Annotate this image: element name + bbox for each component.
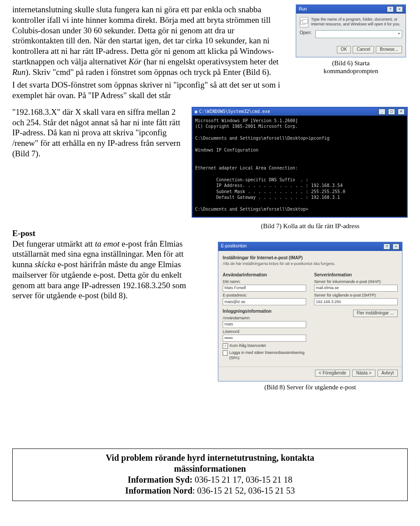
name-field[interactable]: Mats Forsell: [223, 285, 306, 292]
close-icon[interactable]: ×: [392, 244, 399, 250]
pass-label: Lösenord:: [223, 329, 306, 334]
p2: I det svarta DOS-fönstret som öppnas skr…: [12, 80, 280, 100]
email-heading: Inställningar för Internet-e-post (IMAP): [223, 255, 398, 261]
outgoing-field[interactable]: 192.168.3.250: [314, 298, 398, 305]
browse-button[interactable]: Browse...: [376, 46, 402, 53]
p3b-it: skicka: [35, 260, 55, 269]
run-title-text: Run: [299, 7, 307, 12]
contact-line2: mässinformationen: [174, 464, 246, 473]
incoming-label: Server för inkommande e-post (IMAP):: [314, 279, 398, 284]
caption-6: (Bild 6) Starta kommandoprompten: [324, 59, 378, 76]
cmd-window: ▣ C:\WINDOWS\System32\cmd.exe _ □ × Micr…: [192, 107, 408, 218]
cancel-button[interactable]: Avbryt: [378, 370, 398, 377]
username-field[interactable]: mats: [223, 321, 306, 328]
run-dialog: Run ? × Type the name of a program, fold…: [296, 4, 406, 57]
more-settings-button[interactable]: Fler inställningar ...: [353, 310, 398, 317]
email-label: E-postadress:: [223, 293, 306, 298]
cmd-title-text: C:\WINDOWS\System32\cmd.exe: [199, 109, 270, 115]
user-section: Användarinformation: [223, 272, 306, 278]
user-label: Användarnamn:: [223, 316, 306, 321]
run-desc: Type the name of a program, folder, docu…: [311, 17, 402, 27]
caption-8: (Bild 8) Server för utgående e-post: [264, 383, 356, 392]
incoming-field[interactable]: mail.elmia.se: [314, 285, 398, 292]
contact-line1: Vid problem rörande hyrd internetutrustn…: [106, 453, 315, 462]
p3a-it: ta emot: [95, 239, 119, 248]
spa-label: Logga in med säker lösenordsautentiserin…: [229, 350, 306, 360]
p1b: (har ni engelskt operativsystem heter de…: [141, 57, 278, 66]
close-icon[interactable]: ×: [398, 109, 405, 115]
svg-rect-1: [302, 19, 308, 23]
help-icon[interactable]: ?: [387, 6, 394, 12]
help-icon[interactable]: ?: [383, 244, 390, 250]
email-field[interactable]: mats@tz.se: [223, 298, 306, 305]
close-icon[interactable]: ×: [396, 6, 403, 12]
maximize-icon[interactable]: □: [388, 109, 395, 115]
paragraph-1: internetanslutning skulle sluta fungera …: [12, 4, 286, 101]
chevron-down-icon[interactable]: ▼: [398, 32, 400, 36]
spa-checkbox[interactable]: [223, 350, 228, 356]
paragraph-2: "192.168.3.X" där X skall vara en siffra…: [12, 107, 184, 159]
next-button[interactable]: Nästa >: [352, 370, 375, 377]
name-label: Ditt namn:: [223, 279, 306, 284]
cmd-body[interactable]: Microsoft Windows XP [Version 5.1.2600] …: [192, 116, 407, 217]
contact-syd-num: 036-15 21 17, 036-15 21 18: [192, 475, 292, 484]
login-section: Inloggningsinformation: [223, 309, 306, 314]
contact-nord-label: Information Nord: [125, 486, 192, 495]
epost-heading: E-post: [12, 228, 205, 239]
caption-7: (Bild 7) Kolla att du får rätt IP-adress: [261, 222, 359, 230]
cmd-titlebar: ▣ C:\WINDOWS\System32\cmd.exe _ □ ×: [192, 108, 407, 116]
p1c: ). Skriv "cmd" på raden i fönstret som ö…: [26, 67, 271, 77]
open-label: Open:: [300, 30, 313, 36]
contact-box: Vid problem rörande hyrd internetutrustn…: [12, 448, 408, 501]
back-button[interactable]: < Föregående: [315, 370, 350, 377]
open-input[interactable]: ▼: [315, 30, 402, 38]
p3a: Det fungerar utmärkt att: [12, 239, 95, 248]
server-section: Serverinformation: [314, 272, 398, 278]
p1-kor: Kör: [129, 57, 142, 66]
remember-checkbox[interactable]: ✓: [223, 343, 228, 349]
email-titlebar: E-postkonton ? ×: [218, 242, 402, 251]
minimize-icon[interactable]: _: [378, 109, 385, 115]
cancel-button[interactable]: Cancel: [353, 46, 374, 53]
outgoing-label: Server för utgående e-post (SMTP):: [314, 293, 398, 298]
password-field[interactable]: ••••••: [223, 335, 306, 342]
ok-button[interactable]: OK: [337, 46, 351, 53]
email-subheading: Alla de här inställningarna krävs för at…: [223, 261, 398, 266]
run-titlebar: Run ? ×: [296, 5, 406, 14]
contact-syd-label: Information Syd:: [128, 475, 192, 484]
p1-run: Run: [12, 67, 26, 77]
run-icon: [300, 17, 308, 28]
email-dialog: E-postkonton ? × Inställningar för Inter…: [218, 242, 402, 382]
remember-label: Kom ihåg lösenordet: [230, 343, 266, 348]
contact-nord-num: : 036-15 21 52, 036-15 21 53: [192, 486, 295, 495]
cmd-icon: ▣: [195, 109, 197, 115]
email-title-text: E-postkonton: [221, 244, 247, 249]
